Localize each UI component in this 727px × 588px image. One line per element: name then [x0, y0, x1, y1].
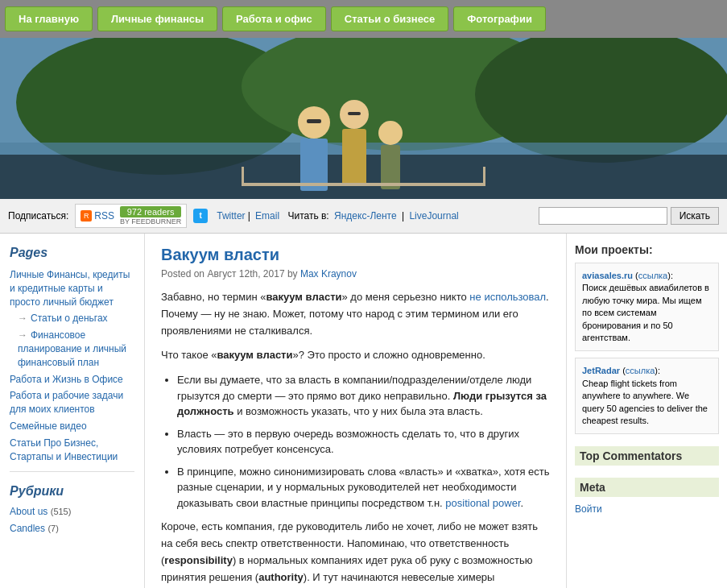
nav-work[interactable]: Работа и офис	[222, 6, 326, 31]
top-commentators-title: Top Commentators	[575, 446, 719, 466]
header-image	[0, 38, 727, 199]
article-bullet-list: Если вы думаете, что за власть в компани…	[177, 372, 550, 511]
subscribe-left: Подписаться: R RSS 972 readers BY FEEDBU…	[8, 204, 461, 228]
main-content: Вакуум власти Posted on Август 12th, 201…	[145, 234, 566, 588]
article-body: Забавно, но термин «вакуум власти» до ме…	[161, 289, 550, 588]
jetradar-ref-link[interactable]: ссылка	[626, 366, 655, 375]
nav-home[interactable]: На главную	[5, 6, 93, 31]
rubric-link-candles[interactable]: Candles (7)	[10, 522, 134, 536]
read-in-label: Читать в:	[287, 210, 328, 222]
svg-rect-11	[381, 145, 400, 189]
jetradar-link[interactable]: JetRadar	[582, 366, 620, 375]
rss-link[interactable]: RSS	[94, 210, 114, 222]
yandex-link[interactable]: Яндекс-Ленте	[334, 210, 397, 222]
meta-by: by	[287, 268, 298, 280]
link-not-used[interactable]: не использовал	[469, 291, 546, 303]
feedburner-label: BY FEEDBURNER	[120, 217, 181, 226]
svg-rect-12	[307, 119, 321, 123]
rss-badge: R RSS 972 readers BY FEEDBURNER	[75, 204, 187, 228]
rubric-count-about: (515)	[51, 507, 72, 516]
project-jetradar: JetRadar (ссылка): Cheap flight tickets …	[575, 358, 719, 434]
sidebar-link-planning[interactable]: →Финансовое планирование и личный финанс…	[18, 329, 134, 369]
bold-responsibility: responsibility	[164, 554, 233, 566]
nav-finance[interactable]: Личные финансы	[97, 6, 217, 31]
sidebar-divider	[10, 471, 134, 472]
jetradar-description: Cheap flight tickets from anywhere to an…	[582, 379, 708, 425]
article-para-1: Забавно, но термин «вакуум власти» до ме…	[161, 289, 550, 339]
arrow-icon: →	[18, 313, 27, 324]
lj-link[interactable]: LiveJournal	[409, 210, 458, 222]
bold-people: Люди грызутся за должность	[177, 390, 547, 418]
svg-point-10	[378, 121, 403, 145]
search-button[interactable]: Искать	[671, 207, 719, 225]
search-input[interactable]	[539, 207, 667, 225]
meta-login-link[interactable]: Войти	[575, 503, 719, 515]
aviasales-description: Поиск дешёвых авиабилетов в любую точку …	[582, 283, 709, 342]
nav-business[interactable]: Статьи о бизнесе	[331, 6, 448, 31]
positional-power-link[interactable]: positional power	[445, 497, 520, 509]
bold-authority: authority	[258, 571, 304, 583]
social-links: Twitter| Email Читать в: Яндекс-Ленте | …	[214, 210, 461, 222]
arrow-icon-2: →	[18, 329, 27, 341]
bullet-2: Власть — это в первую очередь возможност…	[177, 426, 550, 458]
svg-rect-16	[483, 167, 485, 186]
right-sidebar: Мои проекты: aviasales.ru (ссылка): Поис…	[566, 234, 727, 588]
aviasales-ref-link[interactable]: ссылка	[638, 271, 668, 280]
svg-rect-13	[348, 112, 361, 115]
bullet-3: В принципе, можно синонимизировать слова…	[177, 464, 550, 511]
article-para-3: Короче, есть компания, где руководитель …	[161, 519, 550, 588]
sidebar-link-family-video[interactable]: Семейные видео	[10, 420, 134, 433]
sidebar-link-clients[interactable]: Работа и рабочие задачи для моих клиенто…	[10, 389, 134, 416]
rubric-item-about: About us (515)	[10, 505, 134, 519]
svg-rect-15	[242, 167, 244, 186]
subscribe-label: Подписаться:	[8, 210, 68, 222]
article-meta: Posted on Август 12th, 2017 by Max Krayn…	[161, 268, 550, 280]
pages-title: Pages	[10, 246, 134, 260]
meta-date: Август 12th, 2017	[207, 268, 284, 280]
readers-count-block: 972 readers BY FEEDBURNER	[120, 206, 181, 226]
twitter-icon: t	[193, 209, 208, 223]
bullet-1: Если вы думаете, что за власть в компани…	[177, 372, 550, 420]
sidebar-link-finances[interactable]: Личные Финансы, кредиты и кредитные карт…	[10, 268, 134, 308]
meta-author-link[interactable]: Max Kraynov	[300, 268, 357, 280]
top-navigation: На главную Личные финансы Работа и офис …	[0, 0, 727, 38]
project-aviasales: aviasales.ru (ссылка): Поиск дешёвых ави…	[575, 263, 719, 351]
left-sidebar: Pages Личные Финансы, кредиты и кредитны…	[0, 234, 145, 588]
sidebar-link-startup[interactable]: Статьи Про Бизнес, Стартапы и Инвестиции	[10, 437, 134, 464]
article-title[interactable]: Вакуум власти	[161, 246, 550, 264]
subscribe-bar: Подписаться: R RSS 972 readers BY FEEDBU…	[0, 199, 727, 234]
rubrics-title: Рубрики	[10, 484, 134, 499]
projects-title: Мои проекты:	[575, 243, 719, 256]
aviasales-link[interactable]: aviasales.ru	[582, 271, 633, 280]
sidebar-link-money[interactable]: →Статьи о деньгах	[18, 312, 134, 325]
rss-icon: R	[81, 210, 92, 222]
nav-photos[interactable]: Фотографии	[453, 6, 546, 31]
sidebar-link-work-life[interactable]: Работа и Жизнь в Офисе	[10, 373, 134, 387]
twitter-link[interactable]: Twitter	[217, 210, 245, 222]
bold-term-2: вакуум власти	[217, 349, 293, 361]
meta-posted: Posted on	[161, 268, 204, 280]
meta-title: Meta	[575, 478, 719, 497]
svg-rect-9	[342, 129, 366, 185]
email-link[interactable]: Email	[255, 210, 279, 222]
main-container: Pages Личные Финансы, кредиты и кредитны…	[0, 234, 727, 588]
rubric-link-about[interactable]: About us (515)	[10, 505, 134, 519]
rubric-item-candles: Candles (7)	[10, 522, 134, 536]
search-area: Искать	[539, 207, 719, 225]
svg-rect-14	[242, 183, 485, 186]
rubric-count-candles: (7)	[48, 524, 58, 533]
article-para-2: Что такое «вакуум власти»? Это просто и …	[161, 347, 550, 364]
readers-count: 972 readers	[120, 206, 181, 217]
bold-term-1: вакуум власти	[266, 291, 342, 303]
